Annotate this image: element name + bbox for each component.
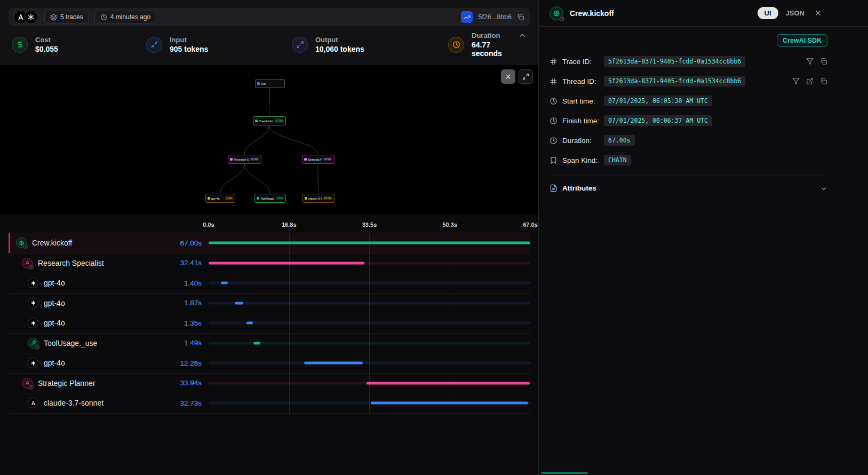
timeline-row[interactable]: claude-3.7-sonnet 32.73s	[9, 393, 530, 414]
graph-node[interactable]: Crew.kickoff 67.00s	[253, 116, 286, 125]
graph-node[interactable]: Research Specialist 32.41s	[228, 155, 261, 164]
axis-tick-label: 16.8s	[282, 221, 297, 228]
row-avatar	[28, 358, 38, 368]
tab-ui[interactable]: UI	[758, 7, 778, 19]
row-plot	[209, 273, 530, 293]
graph-node[interactable]: gpt-4o 1.40s	[205, 194, 235, 203]
copy-icon[interactable]	[820, 77, 827, 85]
activity-button[interactable]	[461, 11, 473, 23]
span-bar[interactable]	[209, 262, 364, 264]
tab-json[interactable]: JSON	[786, 9, 805, 17]
field-value[interactable]: 07/01/2025, 06:06:37 AM UTC	[604, 115, 712, 126]
span-track	[209, 302, 530, 304]
graph-toolbar	[501, 69, 533, 84]
axis-tick-label: 33.5s	[362, 221, 377, 228]
field-value[interactable]: 67.00s	[604, 135, 635, 146]
node-label: Strategic Planner	[308, 158, 322, 161]
timeline-row[interactable]: Research Specialist 32.41s	[9, 254, 530, 274]
field-row: Trace ID: 5f2613da-8371-9405-fcdd-0a1534…	[550, 56, 827, 67]
detail-panel: Crew.kickoff UI JSON CrewAI SDK Trace ID…	[539, 0, 868, 475]
timeline-row[interactable]: ToolUsage._use 1.49s	[9, 334, 530, 354]
field-value[interactable]: 07/01/2025, 06:05:30 AM UTC	[604, 96, 712, 106]
field-value[interactable]: CHAIN	[604, 155, 631, 165]
attributes-chevron[interactable]	[820, 185, 827, 192]
row-label-cell: gpt-4o 12.26s	[9, 353, 209, 373]
node-type-dot	[257, 197, 259, 200]
span-duration: 32.73s	[180, 399, 209, 407]
row-label-cell: Research Specialist 32.41s	[9, 254, 209, 273]
traces-count-badge[interactable]: 5 traces	[44, 11, 89, 23]
timeline-row[interactable]: gpt-4o 1.40s	[9, 273, 530, 294]
timeline-row[interactable]: gpt-4o 1.35s	[9, 313, 530, 334]
span-bar[interactable]	[246, 322, 253, 324]
openai-icon	[30, 360, 36, 366]
node-type-dot	[304, 158, 307, 161]
span-bar[interactable]	[235, 302, 244, 304]
filter-icon[interactable]	[792, 77, 800, 85]
node-type-dot	[255, 120, 258, 122]
panel-close-button[interactable]	[814, 9, 822, 17]
clock-icon	[550, 117, 558, 125]
timeline-rows: Crew.kickoff 67.00s	[9, 233, 530, 414]
field-label: Span Kind:	[562, 156, 603, 164]
metric-label: Cost	[35, 36, 58, 44]
row-avatar	[16, 238, 27, 248]
row-label-cell: claude-3.7-sonnet 32.73s	[9, 393, 209, 413]
span-bar[interactable]	[209, 242, 530, 244]
field-label: Finish time:	[562, 117, 603, 125]
graph-node[interactable]: ToolUsage._use 1.49s	[254, 194, 286, 203]
graph-node[interactable]: Strategic Planner 33.94s	[302, 155, 335, 164]
field-row: Thread ID: 5f2613da-8371-9405-fcdd-0a153…	[550, 75, 827, 87]
timeline-row[interactable]: gpt-4o 1.87s	[9, 294, 530, 314]
axis-tick-label: 0.0s	[203, 221, 214, 228]
metric: Duration 64.77 seconds	[448, 31, 518, 58]
scrollbar-thumb[interactable]	[541, 472, 588, 474]
graph-close-button[interactable]	[501, 69, 515, 84]
graph-node[interactable]: Run	[255, 79, 285, 88]
crew-icon	[553, 10, 560, 17]
field-row: Start time: 07/01/2025, 06:05:30 AM UTC	[550, 95, 827, 107]
node-type-dot	[230, 158, 233, 161]
trace-main: 5 traces 4 minutes ago 5f26...8bb6 Cost	[0, 0, 539, 475]
span-duration: 1.87s	[184, 299, 209, 307]
clock-icon	[100, 14, 107, 21]
copy-trace-id-button[interactable]	[517, 13, 524, 21]
span-bar[interactable]	[367, 382, 529, 384]
field-label: Start time:	[562, 97, 603, 105]
timeline-row[interactable]: gpt-4o 12.26s	[9, 353, 530, 374]
field-row: Finish time: 07/01/2025, 06:06:37 AM UTC	[550, 115, 827, 126]
row-plot	[209, 353, 530, 373]
attributes-section-toggle[interactable]: Attributes	[550, 176, 827, 200]
node-duration-chip: 32.73s	[323, 196, 332, 200]
graph-expand-button[interactable]	[519, 69, 533, 84]
dollar-icon	[12, 37, 28, 53]
crew-avatar	[550, 6, 563, 20]
openai-icon	[30, 300, 36, 306]
trace-graph[interactable]: Run Crew.kickoff 67.00s Research Special…	[0, 65, 538, 215]
span-bar[interactable]	[304, 362, 363, 365]
graph-node[interactable]: claude-3.7-sonnet 32.73s	[302, 194, 335, 203]
timeline-row[interactable]: Crew.kickoff 67.00s	[9, 233, 530, 254]
node-duration-chip: 32.41s	[250, 157, 259, 161]
span-track	[209, 282, 530, 284]
collapse-metrics-button[interactable]	[518, 31, 527, 40]
row-plot	[209, 313, 530, 333]
arrows-in-icon	[146, 37, 162, 53]
timeline-row[interactable]: Strategic Planner 33.94s	[9, 374, 530, 394]
node-label: Research Specialist	[234, 158, 249, 161]
field-value[interactable]: 5f2613da-8371-9405-fcdd-0a1534cc8bb6	[604, 56, 745, 67]
copy-icon[interactable]	[820, 58, 827, 65]
row-label-cell: gpt-4o 1.40s	[9, 273, 209, 293]
filter-icon[interactable]	[806, 58, 814, 65]
field-value[interactable]: 5f2613da-8371-9405-fcdd-0a1534cc8bb6	[604, 76, 745, 86]
node-label: ToolUsage._use	[260, 197, 275, 200]
trace-age-badge[interactable]: 4 minutes ago	[94, 11, 156, 23]
sdk-badge[interactable]: CrewAI SDK	[777, 34, 827, 47]
instrumentation-badge	[29, 385, 34, 390]
span-bar[interactable]	[221, 282, 228, 284]
span-bar[interactable]	[371, 402, 528, 405]
span-bar[interactable]	[253, 342, 260, 344]
row-avatar	[28, 278, 38, 288]
span-name: gpt-4o	[44, 359, 65, 367]
external-link-icon[interactable]	[806, 77, 814, 85]
